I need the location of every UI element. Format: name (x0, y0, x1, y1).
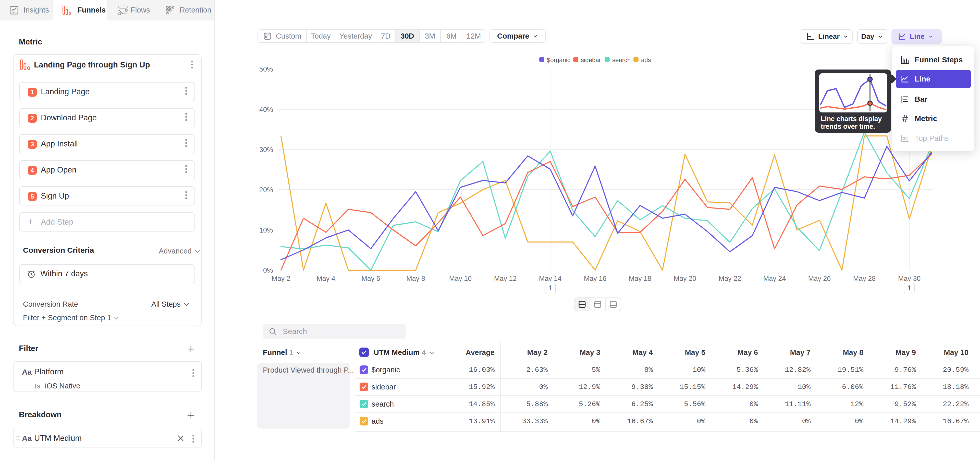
svg-text:May 4: May 4 (317, 275, 335, 283)
svg-text:May 16: May 16 (584, 275, 607, 283)
svg-text:May 22: May 22 (719, 275, 741, 283)
svg-text:1: 1 (907, 284, 911, 292)
svg-text:50%: 50% (259, 65, 273, 73)
svg-text:10%: 10% (259, 227, 273, 234)
svg-text:May 26: May 26 (808, 275, 831, 283)
svg-text:May 14: May 14 (539, 275, 562, 283)
svg-text:30%: 30% (259, 146, 273, 153)
svg-text:May 28: May 28 (853, 275, 876, 283)
svg-text:May 2: May 2 (272, 275, 290, 283)
svg-text:May 6: May 6 (361, 275, 380, 283)
svg-text:May 10: May 10 (449, 275, 472, 283)
svg-text:May 20: May 20 (674, 275, 697, 283)
svg-text:May 12: May 12 (494, 275, 517, 283)
svg-text:0%: 0% (263, 267, 273, 274)
svg-text:40%: 40% (259, 106, 273, 113)
svg-text:May 30: May 30 (898, 275, 921, 283)
svg-text:1: 1 (548, 284, 552, 292)
svg-text:May 24: May 24 (763, 275, 786, 283)
svg-text:May 18: May 18 (629, 275, 652, 283)
svg-text:20%: 20% (259, 186, 273, 194)
svg-text:May 8: May 8 (406, 275, 425, 283)
